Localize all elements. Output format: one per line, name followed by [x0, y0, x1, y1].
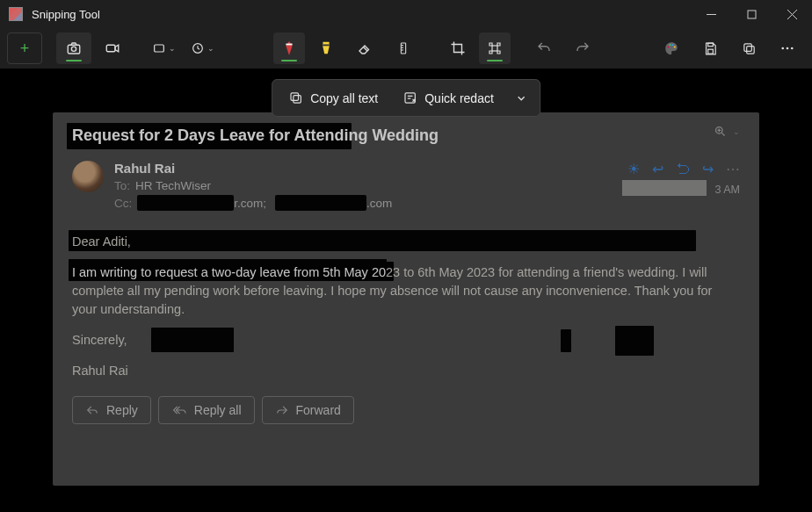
- message-more-icon: ⋯: [726, 161, 740, 177]
- more-button[interactable]: [770, 32, 805, 64]
- app-title: Snipping Tool: [32, 8, 100, 21]
- sender-name: Rahul Rai: [114, 161, 392, 176]
- snip-shape-dropdown[interactable]: ⌄: [146, 32, 181, 64]
- svg-rect-22: [746, 46, 754, 54]
- svg-rect-11: [401, 43, 405, 54]
- reply-button[interactable]: Reply: [72, 396, 151, 424]
- svg-point-5: [71, 47, 76, 51]
- quick-redact-label: Quick redact: [424, 91, 494, 105]
- signature: Rahul Rai: [72, 362, 740, 380]
- markup-tools: [273, 32, 600, 64]
- copy-button[interactable]: [731, 32, 766, 64]
- minimize-button[interactable]: [691, 0, 731, 28]
- svg-point-24: [781, 47, 784, 50]
- redact-options-dropdown[interactable]: [506, 85, 536, 112]
- toolbar: + ⌄ ⌄: [0, 28, 812, 69]
- capture-canvas: ⌄ Request for 2 Days Leave for Attending…: [0, 69, 812, 512]
- forward-button[interactable]: Forward: [262, 396, 354, 424]
- copy-all-text-label: Copy all text: [310, 91, 378, 105]
- svg-rect-28: [291, 93, 299, 100]
- text-actions-button[interactable]: [479, 32, 511, 64]
- ruler-tool-button[interactable]: [386, 32, 421, 64]
- svg-rect-1: [748, 11, 756, 18]
- svg-rect-27: [294, 96, 301, 104]
- email-body: Dear Aditi, I am writing to request a tw…: [72, 233, 740, 380]
- avatar: [72, 161, 104, 192]
- video-mode-button[interactable]: [95, 32, 130, 64]
- new-snip-button[interactable]: +: [7, 32, 42, 64]
- color-picker-button[interactable]: [654, 32, 689, 64]
- redo-button[interactable]: [565, 32, 600, 64]
- save-button[interactable]: [692, 32, 728, 64]
- app-icon: [9, 7, 23, 21]
- reply-bar: Reply Reply all Forward: [72, 396, 740, 424]
- undo-button[interactable]: [526, 32, 562, 64]
- signoff: Sincerely,: [72, 331, 740, 350]
- message-actions: ☀ ↩ ⮌ ↪ ⋯: [627, 161, 740, 177]
- close-button[interactable]: [772, 0, 812, 28]
- greeting: Dear Aditi,: [72, 233, 740, 251]
- body-paragraph: I am writing to request a two-day leave …: [72, 263, 740, 319]
- highlighter-tool-button[interactable]: [308, 32, 344, 64]
- maximize-button[interactable]: [731, 0, 772, 28]
- svg-rect-21: [707, 49, 713, 54]
- crop-tool-button[interactable]: [440, 32, 475, 64]
- svg-rect-20: [707, 43, 713, 47]
- cc-label: Cc:: [114, 197, 132, 210]
- svg-point-19: [674, 46, 676, 47]
- email-subject: Request for 2 Days Leave for Attending W…: [72, 126, 740, 145]
- svg-rect-15: [492, 46, 497, 51]
- svg-point-26: [791, 47, 794, 50]
- quick-redact-button[interactable]: Quick redact: [390, 83, 506, 112]
- copy-all-text-button[interactable]: Copy all text: [276, 83, 390, 112]
- svg-rect-9: [286, 44, 292, 46]
- to-label: To:: [114, 179, 130, 192]
- pen-tool-button[interactable]: [273, 32, 305, 64]
- reply-all-icon: ⮌: [676, 162, 690, 177]
- svg-rect-10: [323, 45, 329, 47]
- svg-rect-6: [106, 45, 115, 52]
- svg-point-25: [787, 47, 789, 50]
- cc-frag2: .com: [366, 197, 392, 210]
- email-header: Rahul Rai To: HR TechWiser Cc: r.com; .c…: [72, 161, 740, 213]
- window-controls: [691, 0, 812, 28]
- to-value: HR TechWiser: [135, 179, 211, 192]
- eraser-tool-button[interactable]: [347, 32, 382, 64]
- cc-frag1: r.com;: [234, 197, 266, 210]
- titlebar: Snipping Tool: [0, 0, 812, 28]
- delay-dropdown[interactable]: ⌄: [185, 32, 220, 64]
- reply-all-button[interactable]: Reply all: [158, 396, 255, 424]
- captured-image[interactable]: ⌄ Request for 2 Days Leave for Attending…: [53, 112, 759, 486]
- svg-point-16: [667, 46, 669, 47]
- reply-icon: ↩: [652, 161, 663, 177]
- timestamp: 3 AM: [715, 184, 741, 196]
- camera-mode-button[interactable]: [56, 32, 91, 64]
- text-action-bar: Copy all text Quick redact: [272, 79, 540, 117]
- forward-icon: ↪: [702, 161, 714, 177]
- svg-point-17: [669, 44, 671, 46]
- light-mode-icon: ☀: [627, 161, 640, 177]
- svg-rect-7: [154, 45, 163, 52]
- svg-rect-23: [743, 43, 751, 51]
- svg-point-18: [671, 44, 673, 46]
- redact-timestamp: [622, 180, 707, 196]
